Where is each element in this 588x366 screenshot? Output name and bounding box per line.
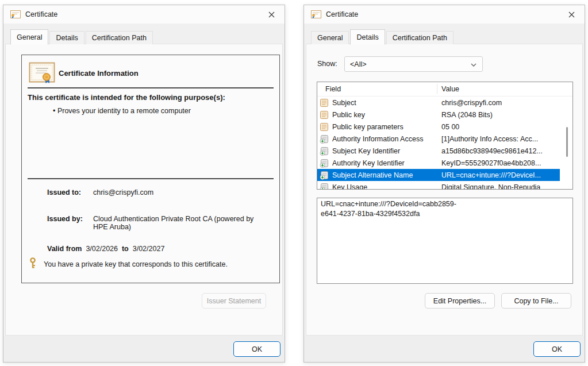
table-row[interactable]: Key UsageDigital Signature, Non-Repudia — [317, 181, 560, 190]
private-key-icon — [29, 257, 37, 271]
extension-icon — [320, 147, 329, 156]
divider — [28, 87, 274, 88]
divider — [28, 178, 274, 179]
dialog-footer: OK — [3, 336, 285, 362]
certificate-icon — [311, 10, 321, 18]
ok-button[interactable]: OK — [533, 341, 581, 357]
certificate-dialog-general: Certificate General Details Certificatio… — [3, 5, 285, 363]
field-value: chris@crispyfi.com — [441, 99, 502, 107]
tab-details[interactable]: Details — [350, 29, 385, 45]
screenshot-canvas: Certificate General Details Certificatio… — [0, 0, 588, 366]
field-icon — [320, 98, 329, 107]
extension-icon — [320, 183, 329, 190]
dialog-footer: OK — [304, 336, 585, 362]
general-tab-page: Certificate Information This certificate… — [5, 44, 283, 336]
close-icon[interactable] — [563, 6, 580, 22]
issued-to-label: Issued to: — [47, 188, 92, 197]
detail-line: e641-4237-81ba-4329f4532dfa — [321, 209, 569, 219]
column-divider[interactable] — [437, 84, 437, 94]
issuer-statement-button[interactable]: Issuer Statement — [202, 293, 266, 309]
tab-general[interactable]: General — [311, 31, 349, 44]
table-row[interactable]: Public key parameters05 00 — [317, 121, 560, 133]
window-title: Certificate — [25, 10, 57, 18]
field-icon — [320, 110, 329, 120]
certificate-icon — [10, 10, 21, 18]
column-header-value[interactable]: Value — [441, 85, 459, 93]
show-dropdown-value: <All> — [350, 60, 367, 68]
field-value: a15d86bc938949ec9861e412... — [441, 147, 543, 155]
table-row[interactable]: Subject Key Identifiera15d86bc938949ec98… — [317, 145, 560, 157]
close-icon[interactable] — [263, 6, 280, 22]
validity-line: Valid from 3/02/2026 to 3/02/2027 — [47, 245, 164, 253]
extension-icon — [320, 159, 329, 168]
field-value: 05 00 — [441, 123, 459, 131]
field-value: URL=cnac+intune:///?DeviceI... — [441, 171, 541, 179]
certificate-dialog-details: Certificate General Details Certificatio… — [303, 5, 585, 363]
chevron-down-icon — [471, 63, 476, 67]
column-header-field[interactable]: Field — [325, 85, 341, 93]
detail-line: URL=cnac+intune:///?DeviceId=cabb2859- — [321, 199, 569, 209]
table-row[interactable]: Authority Information Access[1]Authority… — [317, 133, 560, 145]
valid-to-label: to — [122, 245, 129, 253]
field-name: Authority Key Identifier — [332, 159, 405, 167]
table-row[interactable]: Subjectchris@crispyfi.com — [317, 97, 560, 109]
field-icon — [320, 122, 329, 132]
valid-from-label: Valid from — [47, 245, 82, 253]
field-name: Subject Alternative Name — [332, 171, 413, 179]
field-name: Public key parameters — [332, 123, 403, 131]
list-header: Field Value — [317, 82, 572, 97]
table-row[interactable]: Subject Alternative NameURL=cnac+intune:… — [317, 169, 560, 181]
purpose-heading: This certificate is intended for the fol… — [28, 93, 276, 102]
edit-properties-button[interactable]: Edit Properties... — [425, 293, 495, 309]
private-key-note: You have a private key that corresponds … — [44, 260, 228, 268]
field-list-body: Subjectchris@crispyfi.comPublic keyRSA (… — [317, 97, 572, 190]
title-bar: Certificate — [304, 5, 585, 24]
field-value-list: Field Value Subjectchris@crispyfi.comPub… — [317, 82, 573, 190]
issued-by-label: Issued by: — [47, 215, 92, 223]
field-value: [1]Authority Info Access: Acc... — [441, 135, 538, 143]
certificate-information-heading: Certificate Information — [59, 69, 139, 78]
issued-to-value: chris@crispyfi.com — [93, 188, 153, 197]
table-row[interactable]: Public keyRSA (2048 Bits) — [317, 109, 560, 121]
details-tab-page: Show: <All> Field Value Subjectchris@cri… — [306, 44, 583, 336]
tab-bar: General Details Certification Path — [10, 29, 154, 44]
title-bar: Certificate — [3, 5, 285, 24]
certificate-info-panel: Certificate Information This certificate… — [21, 55, 280, 283]
field-value: RSA (2048 Bits) — [441, 111, 493, 119]
field-name: Authority Information Access — [332, 135, 423, 143]
scrollbar-thumb[interactable] — [566, 127, 568, 157]
extension-icon — [320, 134, 329, 144]
purpose-text: Proves your identity to a remote compute… — [57, 107, 191, 115]
show-label: Show: — [317, 60, 337, 68]
field-name: Subject — [332, 99, 356, 107]
tab-certification-path[interactable]: Certification Path — [386, 31, 454, 44]
field-name: Subject Key Identifier — [332, 147, 400, 155]
field-name: Public key — [332, 111, 365, 119]
purpose-item: • Proves your identity to a remote compu… — [53, 107, 191, 115]
field-name: Key Usage — [332, 183, 367, 190]
tab-details[interactable]: Details — [49, 31, 84, 44]
issued-by-value: Cloud Authentication Private Root CA (po… — [93, 215, 268, 231]
show-dropdown[interactable]: <All> — [344, 56, 483, 72]
tab-bar: General Details Certification Path — [311, 29, 455, 44]
certificate-large-icon — [29, 62, 55, 86]
window-title: Certificate — [326, 10, 358, 18]
valid-to-date: 3/02/2027 — [133, 245, 165, 253]
extension-icon — [320, 171, 329, 180]
field-detail-text[interactable]: URL=cnac+intune:///?DeviceId=cabb2859- e… — [317, 198, 573, 284]
tab-general[interactable]: General — [10, 29, 48, 45]
valid-from-date: 3/02/2026 — [86, 245, 118, 253]
field-value: KeyID=55529027f0ae4bb208... — [441, 159, 541, 167]
ok-button[interactable]: OK — [233, 341, 280, 357]
table-row[interactable]: Authority Key IdentifierKeyID=55529027f0… — [317, 157, 560, 169]
bullet-glyph: • — [53, 107, 55, 115]
copy-to-file-button[interactable]: Copy to File... — [501, 293, 571, 309]
tab-certification-path[interactable]: Certification Path — [86, 31, 153, 44]
field-value: Digital Signature, Non-Repudia — [441, 183, 540, 190]
